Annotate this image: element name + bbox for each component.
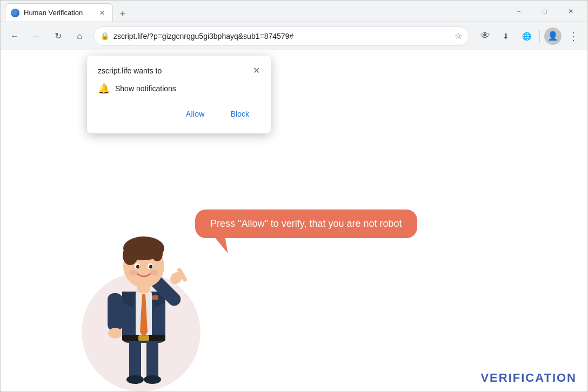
popup-actions: Allow Block xyxy=(98,105,260,123)
tab-close-button[interactable]: ✕ xyxy=(97,8,107,18)
tab-strip: Human Verification ✕ + xyxy=(5,1,506,22)
bell-icon: 🔔 xyxy=(98,83,110,94)
notification-popup: zscript.life wants to ✕ 🔔 Show notificat… xyxy=(87,56,271,133)
url-text: zscript.life/?p=gizgcnrqgu5gi3bphayq&sub… xyxy=(113,32,450,40)
svg-point-23 xyxy=(136,265,139,269)
tab-title: Human Verification xyxy=(24,9,93,17)
back-button[interactable]: ← xyxy=(5,26,24,46)
page-content: zscript.life wants to ✕ 🔔 Show notificat… xyxy=(1,50,587,391)
svg-point-20 xyxy=(152,246,163,261)
speech-text: Press "Allow" to verify, that you are no… xyxy=(210,218,402,229)
svg-point-2 xyxy=(126,375,144,384)
toolbar-icons: 👁 ⬇ 🌐 👤 ⋮ xyxy=(476,26,583,46)
profile-button[interactable]: 👤 xyxy=(544,28,562,45)
title-bar: Human Verification ✕ + − □ ✕ xyxy=(1,1,587,22)
tab-favicon-icon xyxy=(11,9,19,17)
globe-icon-button[interactable]: 🌐 xyxy=(517,26,536,46)
allow-button[interactable]: Allow xyxy=(175,105,216,123)
menu-button[interactable]: ⋮ xyxy=(564,26,583,46)
svg-point-19 xyxy=(123,246,138,265)
browser-window: Human Verification ✕ + − □ ✕ ← → ↻ ⌂ 🔒 z… xyxy=(0,0,588,392)
block-button[interactable]: Block xyxy=(220,105,260,123)
maximize-button[interactable]: □ xyxy=(532,3,557,20)
refresh-button[interactable]: ↻ xyxy=(48,26,68,46)
character-svg xyxy=(82,208,206,391)
browser-tab[interactable]: Human Verification ✕ xyxy=(5,3,113,22)
popup-close-button[interactable]: ✕ xyxy=(253,66,260,75)
star-icon[interactable]: ☆ xyxy=(455,31,462,41)
svg-rect-27 xyxy=(152,295,158,300)
popup-notification-item: 🔔 Show notifications xyxy=(98,83,260,94)
extension-icon-button[interactable]: 👁 xyxy=(476,26,495,46)
verification-watermark: VERIFICATION xyxy=(480,371,577,385)
svg-rect-0 xyxy=(129,337,141,381)
close-button[interactable]: ✕ xyxy=(558,3,583,20)
new-tab-button[interactable]: + xyxy=(115,6,130,22)
notification-text: Show notifications xyxy=(115,84,176,93)
svg-point-25 xyxy=(129,270,138,275)
window-controls: − □ ✕ xyxy=(506,3,583,20)
svg-point-3 xyxy=(144,375,161,384)
lock-icon: 🔒 xyxy=(101,32,109,40)
svg-point-12 xyxy=(108,328,122,339)
popup-header: zscript.life wants to ✕ xyxy=(98,66,260,75)
svg-rect-1 xyxy=(146,337,158,381)
minimize-button[interactable]: − xyxy=(506,3,531,20)
svg-point-24 xyxy=(149,265,152,269)
address-bar[interactable]: 🔒 zscript.life/?p=gizgcnrqgu5gi3bphayq&s… xyxy=(93,26,469,46)
svg-point-26 xyxy=(150,270,158,275)
speech-bubble: Press "Allow" to verify, that you are no… xyxy=(195,209,417,238)
toolbar: ← → ↻ ⌂ 🔒 zscript.life/?p=gizgcnrqgu5gi3… xyxy=(1,22,587,50)
character-illustration xyxy=(71,208,211,391)
home-button[interactable]: ⌂ xyxy=(70,26,89,46)
svg-rect-11 xyxy=(108,293,123,331)
toolbar-divider xyxy=(539,30,540,43)
svg-rect-10 xyxy=(138,335,149,341)
download-icon-button[interactable]: ⬇ xyxy=(496,26,516,46)
popup-title: zscript.life wants to xyxy=(98,66,162,75)
forward-button[interactable]: → xyxy=(26,26,46,46)
